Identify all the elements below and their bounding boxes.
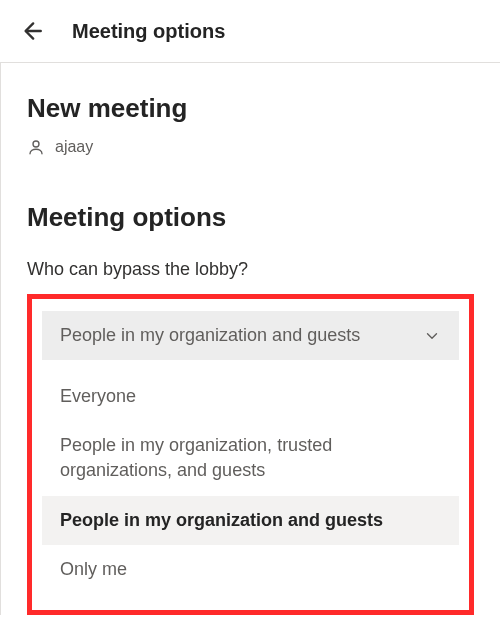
header: Meeting options [0,0,500,62]
person-icon [27,138,45,156]
content: New meeting ajaay Meeting options Who ca… [1,63,500,615]
organizer-row: ajaay [27,138,474,156]
new-meeting-heading: New meeting [27,93,474,124]
lobby-options: Everyone People in my organization, trus… [42,372,459,594]
lobby-dropdown[interactable]: People in my organization and guests [42,311,459,360]
lobby-option-org-guests[interactable]: People in my organization and guests [42,496,459,545]
svg-point-1 [33,141,39,147]
chevron-down-icon [423,327,441,345]
lobby-option-trusted[interactable]: People in my organization, trusted organ… [42,421,459,495]
organizer-name: ajaay [55,138,93,156]
arrow-left-icon [18,18,44,44]
lobby-option-everyone[interactable]: Everyone [42,372,459,421]
back-button[interactable] [18,18,44,44]
lobby-selected-value: People in my organization and guests [60,325,360,346]
lobby-option-only-me[interactable]: Only me [42,545,459,594]
content-wrap: New meeting ajaay Meeting options Who ca… [0,63,500,615]
lobby-label: Who can bypass the lobby? [27,259,474,280]
meeting-options-heading: Meeting options [27,202,474,233]
page-title: Meeting options [72,20,225,43]
highlight-box: People in my organization and guests Eve… [27,294,474,615]
